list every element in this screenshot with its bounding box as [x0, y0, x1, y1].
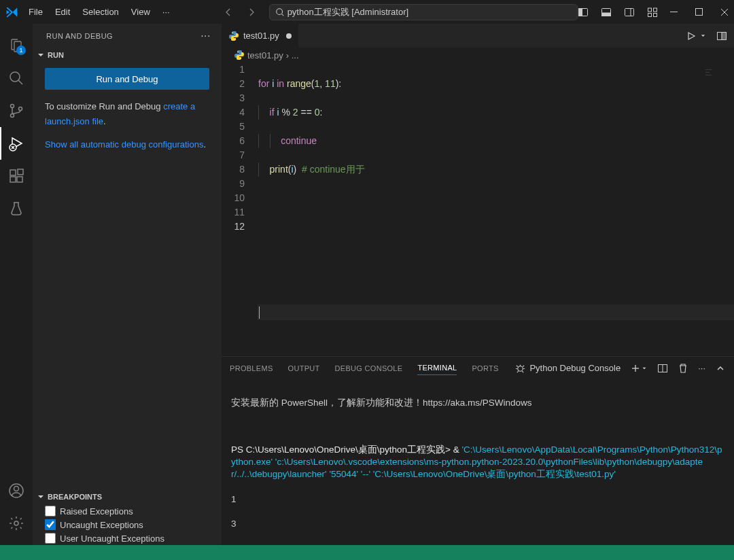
- svg-point-34: [518, 366, 523, 372]
- terminal-line: 安装最新的 PowerShell，了解新功能和改进！https://aka.ms…: [231, 397, 724, 409]
- minimap[interactable]: ▬▬▬▬▬▬▬▬: [705, 68, 726, 75]
- run-and-debug-button[interactable]: Run and Debug: [45, 68, 209, 90]
- activity-source-control[interactable]: [0, 94, 33, 127]
- svg-rect-5: [625, 8, 634, 16]
- panel-tab-problems[interactable]: PROBLEMS: [230, 362, 273, 375]
- svg-point-27: [232, 32, 232, 33]
- tab-test01[interactable]: test01.py: [222, 24, 298, 48]
- panel-tab-output[interactable]: OUTPUT: [288, 362, 320, 375]
- panel-tab-ports[interactable]: PORTS: [472, 362, 498, 375]
- panel-tabs: PROBLEMS OUTPUT DEBUG CONSOLE TERMINAL P…: [222, 357, 734, 379]
- minimize-icon[interactable]: [670, 8, 678, 16]
- menu-edit[interactable]: Edit: [50, 4, 75, 20]
- editor[interactable]: 123456789101112 for i in range(1, 11): i…: [222, 63, 734, 348]
- activity-testing[interactable]: [0, 192, 33, 225]
- tab-dirty-icon: [286, 33, 292, 39]
- text-cursor: [259, 307, 260, 319]
- activity-run-debug[interactable]: [0, 127, 33, 160]
- run-section-header[interactable]: RUN: [33, 48, 222, 63]
- activity-search[interactable]: [0, 62, 33, 94]
- nav-forward-icon[interactable]: [246, 7, 257, 18]
- terminal-line: 1: [231, 493, 724, 506]
- trash-icon[interactable]: [678, 363, 688, 374]
- svg-point-17: [11, 114, 14, 118]
- terminal-profile[interactable]: Python Debug Console: [515, 363, 621, 373]
- editor-tabs: test01.py: [222, 24, 734, 48]
- panel-tab-debug-console[interactable]: DEBUG CONSOLE: [335, 362, 403, 375]
- menu-bar: File Edit Selection View ···: [23, 4, 175, 20]
- bp-uncaught-exceptions[interactable]: Uncaught Exceptions: [33, 518, 222, 531]
- bp-user-uncaught-label: User Uncaught Exceptions: [60, 533, 164, 544]
- svg-rect-23: [18, 169, 23, 175]
- search-icon: [275, 7, 285, 17]
- code-content[interactable]: for i in range(1, 11): if i % 2 == 0: co…: [258, 63, 734, 348]
- chevron-down-icon[interactable]: [641, 365, 648, 372]
- bp-user-uncaught-exceptions[interactable]: User Uncaught Exceptions: [33, 531, 222, 545]
- run-icon[interactable]: [686, 31, 697, 41]
- menu-more[interactable]: ···: [157, 4, 175, 20]
- svg-rect-9: [648, 13, 652, 16]
- sidebar-more-icon[interactable]: ···: [200, 30, 211, 42]
- show-all-configs-link[interactable]: Show all automatic debug configurations: [45, 139, 203, 150]
- svg-rect-31: [722, 32, 727, 39]
- terminal-line: PS C:\Users\Lenovo\OneDrive\桌面\python工程实…: [231, 444, 724, 481]
- python-file-icon: [234, 50, 245, 60]
- nav-back-icon[interactable]: [223, 7, 234, 18]
- svg-point-28: [234, 39, 235, 39]
- layout-sidebar-right-icon[interactable]: [624, 7, 635, 18]
- svg-point-25: [14, 487, 19, 491]
- bp-raised-checkbox[interactable]: [45, 506, 56, 517]
- activity-extensions[interactable]: [0, 160, 33, 192]
- breadcrumb-file: test01.py: [247, 50, 283, 60]
- breakpoints-header[interactable]: BREAKPOINTS: [33, 489, 222, 504]
- layout-sidebar-left-icon[interactable]: [578, 7, 589, 18]
- menu-file[interactable]: File: [23, 4, 48, 20]
- run-section-label: RUN: [48, 51, 64, 59]
- svg-point-26: [14, 521, 18, 525]
- customize-layout-icon[interactable]: [647, 7, 658, 18]
- chevron-down-icon[interactable]: [699, 32, 707, 39]
- status-bar[interactable]: [0, 545, 734, 560]
- menu-selection[interactable]: Selection: [77, 4, 124, 20]
- menu-view[interactable]: View: [126, 4, 156, 20]
- svg-point-15: [10, 72, 20, 82]
- explorer-badge: 1: [16, 46, 26, 55]
- bp-user-uncaught-checkbox[interactable]: [45, 533, 56, 544]
- svg-rect-8: [654, 8, 657, 12]
- bp-uncaught-label: Uncaught Exceptions: [60, 520, 143, 530]
- activity-settings[interactable]: [0, 507, 33, 540]
- svg-rect-21: [10, 177, 16, 182]
- command-center[interactable]: python工程实践 [Administrator]: [269, 4, 578, 20]
- bp-uncaught-checkbox[interactable]: [45, 519, 56, 530]
- line-numbers: 123456789101112: [222, 63, 258, 348]
- chevron-down-icon: [35, 50, 46, 60]
- close-icon[interactable]: [720, 8, 729, 16]
- svg-rect-22: [17, 177, 22, 182]
- activity-explorer[interactable]: 1: [0, 29, 33, 62]
- chevron-down-icon: [35, 491, 46, 502]
- activity-accounts[interactable]: [0, 474, 33, 507]
- layout-controls: [578, 7, 658, 18]
- bp-raised-exceptions[interactable]: Raised Exceptions: [33, 504, 222, 518]
- activity-bar: 1: [0, 24, 33, 545]
- split-terminal-icon[interactable]: [657, 363, 668, 374]
- svg-point-0: [276, 8, 282, 14]
- terminal-content[interactable]: 安装最新的 PowerShell，了解新功能和改进！https://aka.ms…: [222, 379, 734, 545]
- nav-arrows: [223, 7, 257, 18]
- layout-panel-icon[interactable]: [601, 7, 612, 18]
- breadcrumb[interactable]: test01.py › ...: [222, 48, 734, 63]
- svg-point-32: [237, 51, 238, 52]
- python-file-icon: [228, 31, 239, 41]
- chevron-up-icon[interactable]: [715, 363, 726, 374]
- split-editor-icon[interactable]: [716, 31, 727, 41]
- svg-rect-7: [648, 8, 652, 12]
- maximize-icon[interactable]: [695, 8, 703, 16]
- vscode-logo-icon: [5, 6, 18, 18]
- show-all-configs: Show all automatic debug configurations.: [45, 137, 209, 152]
- new-terminal-icon[interactable]: [630, 363, 648, 374]
- panel-more-icon[interactable]: ···: [698, 363, 705, 373]
- panel-tab-terminal[interactable]: TERMINAL: [417, 361, 457, 375]
- title-bar: File Edit Selection View ··· python工程实践 …: [0, 0, 734, 24]
- terminal-line: 3: [231, 518, 724, 530]
- svg-rect-20: [10, 170, 16, 175]
